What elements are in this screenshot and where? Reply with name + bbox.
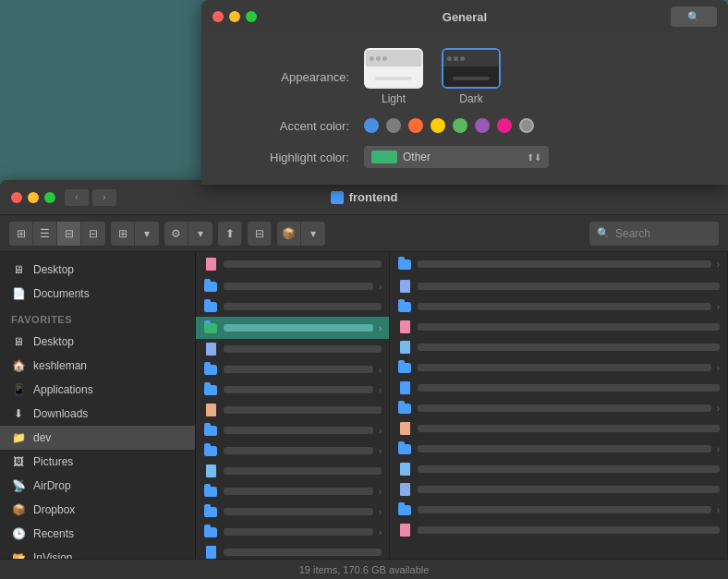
file-icon-11 [203, 464, 218, 478]
file-item-c2[interactable]: › [390, 439, 727, 459]
sidebar-item-recents[interactable]: 🕒 Recents [0, 522, 195, 546]
accent-orange[interactable] [408, 118, 423, 133]
sidebar-item-documents[interactable]: 📄 Documents [0, 282, 195, 306]
sidebar-item-desktop[interactable]: 🖥 Desktop [0, 330, 195, 354]
file-item-c2[interactable]: › [390, 500, 727, 520]
file-item[interactable] [196, 252, 389, 276]
dropbox-dropdown[interactable]: ▾ [301, 222, 325, 246]
prefs-content: Appearance: Light [201, 33, 728, 196]
file-item-c2[interactable] [390, 520, 727, 540]
file-item[interactable]: › [196, 276, 389, 296]
file-item-c2[interactable]: › [390, 296, 727, 317]
file-item-c2[interactable] [390, 276, 727, 296]
column-view-button[interactable]: ⊟ [57, 222, 81, 246]
file-item-c2[interactable] [390, 479, 727, 500]
finder-toolbar: ⊞ ☰ ⊟ ⊟ ⊞ ▾ ⚙ ▾ ⬆ ⊟ 📦 ▾ 🔍 Search [0, 215, 728, 252]
sidebar-item-applications[interactable]: 📱 Applications [0, 378, 195, 402]
file-item[interactable] [196, 339, 389, 359]
file-item[interactable]: › [196, 420, 389, 440]
highlight-value: Other [403, 151, 521, 163]
file-item[interactable] [196, 461, 389, 481]
dev-icon: 📁 [11, 430, 26, 445]
file-icon-9 [203, 423, 218, 438]
tag-button[interactable]: ⊟ [248, 222, 272, 246]
list-view-button[interactable]: ☰ [33, 222, 57, 246]
sidebar-item-pictures[interactable]: 🖼 Pictures [0, 450, 195, 474]
action-dropdown-button[interactable]: ▾ [188, 222, 212, 246]
file-item-c2[interactable] [390, 459, 727, 479]
share-button[interactable]: ⬆ [218, 222, 242, 246]
file-item[interactable] [196, 542, 389, 559]
action-button[interactable]: ⚙ [164, 222, 188, 246]
file-item-c2[interactable]: › [390, 357, 727, 378]
appearance-label: Appearance: [229, 70, 349, 84]
file-item[interactable]: › [196, 440, 389, 461]
highlight-label: Highlight color: [229, 151, 349, 164]
finder-minimize-button[interactable] [28, 192, 39, 203]
file-item-c2[interactable] [390, 317, 727, 337]
sidebar-label-desktop: Desktop [33, 335, 74, 348]
forward-button[interactable]: › [92, 189, 116, 206]
invision-icon: 📂 [11, 550, 26, 559]
folder-arrow: › [717, 363, 720, 373]
gallery-view-button[interactable]: ⊟ [81, 222, 105, 246]
finder-maximize-button[interactable] [44, 192, 55, 203]
sidebar-item-dev[interactable]: 📁 dev [0, 426, 195, 450]
accent-blue[interactable] [364, 118, 379, 133]
accent-other[interactable] [519, 118, 534, 133]
accent-green[interactable] [453, 118, 467, 133]
sidebar-item-desktop-top[interactable]: 🖥 Desktop [0, 258, 195, 282]
dark-appearance-option[interactable]: Dark [442, 48, 501, 105]
file-item-selected[interactable]: › [196, 317, 389, 339]
accent-purple[interactable] [475, 118, 490, 133]
file-icon-6 [203, 362, 218, 377]
folder-arrow: › [379, 365, 382, 375]
accent-graphite[interactable] [386, 118, 401, 133]
file-item[interactable] [196, 400, 389, 420]
file-item[interactable] [196, 296, 389, 317]
file-item-c2[interactable] [390, 418, 727, 439]
airdrop-icon: 📡 [11, 478, 26, 493]
search-input-container[interactable]: 🔍 Search [589, 222, 719, 246]
arrange-dropdown-button[interactable]: ▾ [135, 222, 159, 246]
sidebar-item-downloads[interactable]: ⬇ Downloads [0, 402, 195, 426]
dark-thumb [442, 48, 501, 89]
folder-arrow: › [379, 527, 382, 537]
arrange-group: ⊞ ▾ [111, 222, 159, 246]
file-item[interactable]: › [196, 380, 389, 400]
file-item-c2[interactable]: › [390, 398, 727, 418]
file-item-c2[interactable] [390, 337, 727, 357]
minimize-button[interactable] [229, 11, 240, 22]
file-area: › › › [196, 252, 728, 559]
file-item-c2[interactable]: › [390, 252, 727, 276]
desktop-icon: 🖥 [11, 262, 26, 277]
light-appearance-option[interactable]: Light [364, 48, 423, 105]
accent-pink[interactable] [497, 118, 512, 133]
file-item[interactable]: › [196, 501, 389, 522]
sidebar-item-dropbox[interactable]: 📦 Dropbox [0, 498, 195, 522]
back-button[interactable]: ‹ [65, 189, 89, 206]
file-item-c2[interactable] [390, 378, 727, 398]
sidebar-item-airdrop[interactable]: 📡 AirDrop [0, 474, 195, 498]
file-icon-12 [203, 484, 218, 499]
file-item[interactable]: › [196, 359, 389, 380]
folder-arrow: › [379, 507, 382, 517]
pictures-icon: 🖼 [11, 454, 26, 469]
dropbox-button[interactable]: 📦 [277, 222, 301, 246]
sidebar-label-applications: Applications [33, 383, 93, 396]
accent-yellow[interactable] [431, 118, 445, 133]
prefs-search-button[interactable]: 🔍 [671, 6, 717, 27]
close-button[interactable] [212, 11, 224, 22]
file-icon-14 [203, 525, 218, 539]
sidebar-label-desktop-top: Desktop [33, 263, 74, 276]
file-item[interactable]: › [196, 522, 389, 542]
icon-view-button[interactable]: ⊞ [9, 222, 33, 246]
maximize-button[interactable] [246, 11, 257, 22]
folder-arrow: › [717, 404, 720, 414]
sidebar-item-invision[interactable]: 📂 InVision [0, 546, 195, 559]
arrange-button[interactable]: ⊞ [111, 222, 135, 246]
sidebar-item-keshleman[interactable]: 🏠 keshleman [0, 354, 195, 378]
finder-close-button[interactable] [11, 192, 22, 203]
file-item[interactable]: › [196, 481, 389, 501]
highlight-select[interactable]: Other ⬆⬇ [364, 146, 549, 168]
